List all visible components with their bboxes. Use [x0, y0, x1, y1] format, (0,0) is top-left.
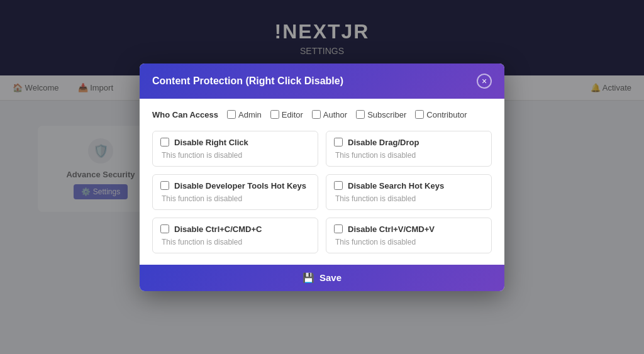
access-checkbox-subscriber[interactable]	[356, 110, 365, 119]
option-status-right-click: This function is disabled	[160, 151, 310, 160]
access-label-author: Author	[323, 110, 347, 119]
option-checkbox-search-hotkeys[interactable]	[334, 181, 343, 190]
modal-title: Content Protection (Right Click Disable)	[152, 75, 343, 87]
modal-header: Content Protection (Right Click Disable)…	[140, 64, 504, 99]
access-checkbox-editor[interactable]	[270, 110, 279, 119]
access-option-admin[interactable]: Admin	[227, 110, 262, 119]
access-label-subscriber: Subscriber	[367, 110, 406, 119]
option-status-ctrl-c: This function is disabled	[160, 238, 310, 246]
modal-close-button[interactable]: ×	[477, 74, 492, 89]
who-can-access-label: Who Can Access	[152, 110, 218, 119]
option-header-dev-tools: Disable Developer Tools Hot Keys	[160, 181, 310, 191]
access-label-editor: Editor	[282, 110, 303, 119]
option-card-ctrl-c: Disable Ctrl+C/CMD+C This function is di…	[152, 218, 318, 253]
options-grid: Disable Right Click This function is dis…	[152, 131, 492, 253]
option-label-drag-drop: Disable Drag/Drop	[348, 138, 419, 147]
save-label: Save	[319, 272, 341, 283]
option-checkbox-drag-drop[interactable]	[334, 138, 343, 147]
option-checkbox-ctrl-c[interactable]	[160, 224, 169, 233]
access-checkbox-author[interactable]	[312, 110, 321, 119]
option-checkbox-right-click[interactable]	[160, 138, 169, 147]
option-label-ctrl-v: Disable Ctrl+V/CMD+V	[348, 224, 435, 234]
option-card-search-hotkeys: Disable Search Hot Keys This function is…	[326, 174, 492, 210]
option-checkbox-dev-tools[interactable]	[160, 181, 169, 190]
option-header-drag-drop: Disable Drag/Drop	[334, 138, 484, 147]
option-card-dev-tools: Disable Developer Tools Hot Keys This fu…	[152, 174, 318, 210]
option-header-search-hotkeys: Disable Search Hot Keys	[334, 181, 484, 191]
access-checkbox-admin[interactable]	[227, 110, 236, 119]
option-label-search-hotkeys: Disable Search Hot Keys	[348, 181, 444, 191]
who-can-access-row: Who Can Access Admin Editor Author Subsc…	[152, 110, 492, 119]
access-option-editor[interactable]: Editor	[270, 110, 303, 119]
access-option-author[interactable]: Author	[312, 110, 347, 119]
option-card-drag-drop: Disable Drag/Drop This function is disab…	[326, 131, 492, 167]
option-checkbox-ctrl-v[interactable]	[334, 224, 343, 233]
option-header-right-click: Disable Right Click	[160, 138, 310, 147]
save-icon: 💾	[303, 272, 314, 284]
option-status-drag-drop: This function is disabled	[334, 151, 484, 160]
access-option-contributor[interactable]: Contributor	[415, 110, 467, 119]
option-label-dev-tools: Disable Developer Tools Hot Keys	[174, 181, 306, 191]
option-status-ctrl-v: This function is disabled	[334, 238, 484, 246]
option-card-right-click: Disable Right Click This function is dis…	[152, 131, 318, 167]
option-label-ctrl-c: Disable Ctrl+C/CMD+C	[174, 224, 262, 234]
access-checkbox-contributor[interactable]	[415, 110, 424, 119]
option-header-ctrl-v: Disable Ctrl+V/CMD+V	[334, 224, 484, 234]
option-status-dev-tools: This function is disabled	[160, 194, 310, 203]
modal-footer: 💾 Save	[140, 265, 504, 291]
modal-body: Who Can Access Admin Editor Author Subsc…	[140, 99, 504, 265]
access-label-admin: Admin	[238, 110, 262, 119]
option-label-right-click: Disable Right Click	[174, 138, 248, 147]
option-status-search-hotkeys: This function is disabled	[334, 194, 484, 203]
modal-overlay: Content Protection (Right Click Disable)…	[0, 0, 644, 354]
option-header-ctrl-c: Disable Ctrl+C/CMD+C	[160, 224, 310, 234]
access-option-subscriber[interactable]: Subscriber	[356, 110, 406, 119]
access-label-contributor: Contributor	[426, 110, 467, 119]
save-button[interactable]: 💾 Save	[152, 272, 492, 284]
content-protection-modal: Content Protection (Right Click Disable)…	[140, 64, 504, 291]
option-card-ctrl-v: Disable Ctrl+V/CMD+V This function is di…	[326, 218, 492, 253]
